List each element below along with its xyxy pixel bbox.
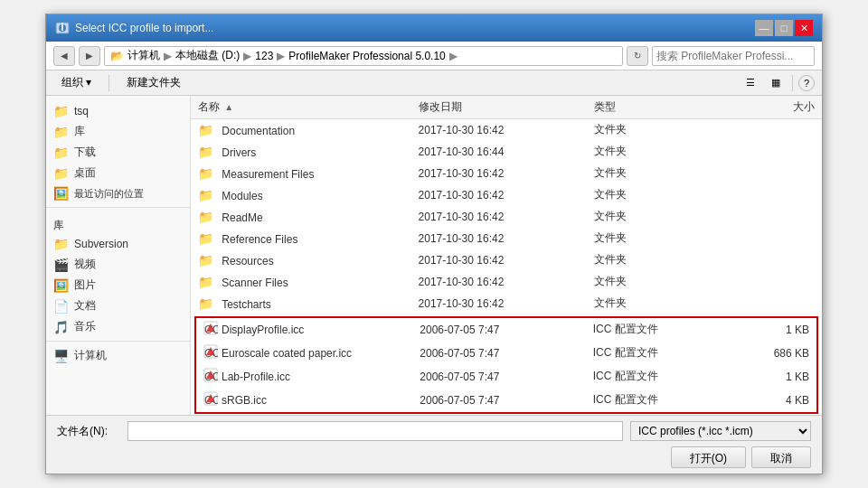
maximize-button[interactable]: □: [775, 20, 793, 36]
sidebar-item-video[interactable]: 🎬 视频: [46, 254, 190, 275]
sidebar-label-recent: 最近访问的位置: [74, 187, 144, 201]
filename-label: 文件名(N):: [57, 424, 120, 439]
folder-icon: 📁: [53, 145, 69, 160]
folder-icon: 📁: [198, 145, 213, 159]
breadcrumb[interactable]: 📂 计算机 ▶ 本地磁盘 (D:) ▶ 123 ▶ ProfileMaker P…: [104, 46, 623, 66]
search-input[interactable]: [652, 46, 815, 66]
breadcrumb-123: 123: [255, 50, 273, 62]
sidebar-item-ku[interactable]: 📁 库: [46, 121, 190, 142]
folder-icon: 📁: [198, 210, 213, 224]
new-folder-button[interactable]: 新建文件夹: [118, 72, 189, 93]
folder-icon: 📁: [53, 237, 69, 251]
sidebar-item-download[interactable]: 📁 下载: [46, 142, 190, 163]
sidebar-item-subversion[interactable]: 📁 Subversion: [46, 234, 190, 254]
title-bar: i Select ICC profile to import... — □ ✕: [46, 14, 822, 42]
col-type-header[interactable]: 类型: [594, 99, 726, 115]
table-row[interactable]: 📁 Drivers 2017-10-30 16:44 文件夹: [191, 141, 822, 163]
sidebar-item-tsq[interactable]: 📁 tsq: [46, 101, 190, 121]
icc-file-icon: ICC: [203, 321, 218, 335]
table-row[interactable]: 📁 Scanner Files 2017-10-30 16:42 文件夹: [191, 271, 822, 293]
recent-icon: 🖼️: [53, 186, 69, 201]
view-list-button[interactable]: ☰: [740, 73, 761, 93]
filetype-select[interactable]: ICC profiles (*.icc *.icm): [630, 421, 811, 441]
toolbar-separator: [108, 75, 109, 91]
toolbar: 组织 ▾ 新建文件夹 ☰ ▦ ?: [46, 70, 822, 96]
filename-row: 文件名(N): ICC profiles (*.icc *.icm): [57, 421, 811, 441]
table-row[interactable]: 📁 Reference Files 2017-10-30 16:42 文件夹: [191, 228, 822, 249]
sidebar-label-docs: 文档: [74, 298, 96, 314]
bottom-bar: 文件名(N): ICC profiles (*.icc *.icm) 打开(O)…: [46, 415, 822, 474]
folder-icon: 📁: [198, 253, 213, 267]
sidebar-label-music: 音乐: [74, 319, 96, 334]
sidebar-label-computer: 计算机: [74, 348, 107, 363]
table-row[interactable]: ICC Lab-Profile.icc 2006-07-05 7:47 ICC …: [196, 365, 816, 389]
table-row[interactable]: 📁 Modules 2017-10-30 16:42 文件夹: [191, 184, 822, 206]
table-row[interactable]: 📁 ReadMe 2017-10-30 16:42 文件夹: [191, 206, 822, 228]
file-list-header: 名称 ▲ 修改日期 类型 大小: [191, 96, 822, 119]
file-list: 名称 ▲ 修改日期 类型 大小 📁 Documentation 2017-10-…: [191, 96, 822, 415]
folder-icon: 📁: [198, 231, 213, 246]
sidebar-item-desktop[interactable]: 📁 桌面: [46, 163, 190, 183]
forward-button[interactable]: ▶: [79, 46, 100, 66]
icc-file-icon: ICC: [203, 344, 218, 359]
sidebar: 📁 tsq 📁 库 📁 下载 📁 桌面 🖼️ 最近访问的位置 库: [46, 96, 191, 415]
sidebar-divider-2: [46, 341, 190, 342]
help-button[interactable]: ?: [798, 75, 815, 91]
folder-icon: 📁: [198, 123, 213, 137]
folder-icon: 📁: [53, 104, 69, 118]
sort-arrow: ▲: [224, 102, 233, 112]
back-button[interactable]: ◀: [53, 46, 75, 66]
computer-icon: 🖥️: [53, 349, 69, 363]
cancel-button[interactable]: 取消: [751, 446, 811, 468]
table-row[interactable]: 📁 Measurement Files 2017-10-30 16:42 文件夹: [191, 163, 822, 184]
dialog-title: Select ICC profile to import...: [75, 22, 213, 34]
col-name-header[interactable]: 名称 ▲: [198, 99, 419, 115]
sidebar-label-tsq: tsq: [74, 105, 89, 117]
folder-icon: 📁: [53, 125, 69, 139]
docs-icon: 📄: [53, 299, 69, 314]
sidebar-label-video: 视频: [74, 257, 96, 272]
col-date-header[interactable]: 修改日期: [419, 99, 595, 115]
sidebar-label-desktop: 桌面: [74, 165, 96, 181]
pictures-icon: 🖼️: [53, 278, 69, 293]
sidebar-label-download: 下载: [74, 145, 96, 160]
dialog-icon: i: [55, 21, 70, 35]
sidebar-item-recent[interactable]: 🖼️ 最近访问的位置: [46, 183, 190, 203]
sidebar-divider-1: [46, 207, 190, 208]
button-row: 打开(O) 取消: [57, 446, 811, 468]
refresh-button[interactable]: ↻: [627, 46, 648, 66]
open-button[interactable]: 打开(O): [671, 446, 746, 468]
view-icon-button[interactable]: ▦: [765, 73, 787, 93]
icc-file-icon: ICC: [203, 391, 218, 406]
col-size-header[interactable]: 大小: [727, 99, 815, 115]
sidebar-label-ku: 库: [74, 124, 85, 139]
minimize-button[interactable]: —: [755, 20, 773, 36]
folder-icon: 📁: [198, 188, 213, 202]
sidebar-label-subversion: Subversion: [74, 238, 128, 250]
table-row[interactable]: ICC Euroscale coated paper.icc 2006-07-0…: [196, 342, 816, 365]
sidebar-item-computer[interactable]: 🖥️ 计算机: [46, 345, 190, 366]
svg-text:ICC: ICC: [203, 347, 218, 359]
table-row[interactable]: 📁 Documentation 2017-10-30 16:42 文件夹: [191, 119, 822, 141]
table-row[interactable]: 📁 Resources 2017-10-30 16:42 文件夹: [191, 249, 822, 271]
sidebar-item-pictures[interactable]: 🖼️ 图片: [46, 275, 190, 296]
table-row[interactable]: ICC DisplayProfile.icc 2006-07-05 7:47 I…: [196, 318, 816, 342]
breadcrumb-icon: 📂: [110, 50, 124, 62]
sidebar-item-docs[interactable]: 📄 文档: [46, 296, 190, 316]
svg-text:ICC: ICC: [203, 371, 218, 382]
icc-file-list: ICC DisplayProfile.icc 2006-07-05 7:47 I…: [194, 316, 818, 414]
breadcrumb-computer: 计算机: [127, 48, 160, 63]
main-content: 📁 tsq 📁 库 📁 下载 📁 桌面 🖼️ 最近访问的位置 库: [46, 96, 822, 415]
sidebar-item-music[interactable]: 🎵 音乐: [46, 316, 190, 337]
folder-icon: 📁: [198, 275, 213, 289]
table-row[interactable]: 📁 Testcharts 2017-10-30 16:42 文件夹: [191, 293, 822, 314]
table-row[interactable]: ICC sRGB.icc 2006-07-05 7:47 ICC 配置文件 4 …: [196, 389, 816, 412]
organize-button[interactable]: 组织 ▾: [53, 72, 99, 93]
filename-input[interactable]: [127, 421, 623, 441]
svg-text:ICC: ICC: [203, 394, 218, 406]
video-icon: 🎬: [53, 258, 69, 272]
close-button[interactable]: ✕: [795, 20, 813, 36]
breadcrumb-drive: 本地磁盘 (D:): [175, 48, 240, 63]
sidebar-label-pictures: 图片: [74, 277, 96, 293]
folder-icon: 📁: [198, 166, 213, 181]
